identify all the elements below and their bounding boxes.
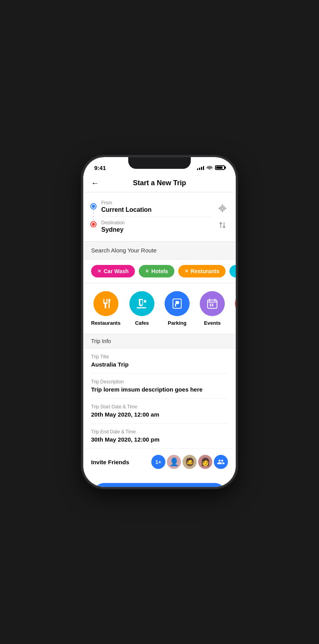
battery-icon: [215, 165, 225, 170]
trip-info-label: Trip Info: [91, 338, 111, 344]
page-header: ← Start a New Trip: [83, 174, 236, 192]
invite-friends-label: Invite Friends: [91, 459, 129, 465]
location-fields: From Current Location Destination Sydney: [101, 197, 211, 236]
location-dots: [91, 197, 96, 236]
route-line: [93, 209, 94, 221]
start-trip-button[interactable]: Start Trip: [93, 483, 226, 487]
invite-avatars: 1+ 👤 🧔 👩: [151, 455, 228, 469]
bottom-section: Start Trip Save for Later: [83, 475, 236, 487]
category-circle-cafes: [129, 291, 154, 316]
trip-description-label: Trip Description: [91, 379, 228, 385]
search-route-label: Search Along Your Route: [91, 247, 157, 254]
category-cafes[interactable]: Cafes: [128, 291, 156, 326]
invite-friends-row: Invite Friends 1+ 👤 🧔 👩: [83, 448, 236, 475]
tag-label: Car Wash: [104, 268, 129, 274]
svg-rect-5: [212, 304, 213, 305]
destination-label: Destination: [101, 220, 211, 225]
destination-field[interactable]: Destination Sydney: [101, 217, 211, 236]
trip-start-value: 20th May 2020, 12:00 am: [91, 411, 228, 418]
categories-section: Restaurants Cafes: [83, 283, 236, 334]
category-label-restaurants: Restaurants: [91, 320, 120, 326]
trip-end-field[interactable]: Trip End Date & Time 30th May 2020, 12:0…: [91, 424, 228, 448]
gps-icon[interactable]: [217, 203, 228, 214]
from-value: Current Location: [101, 206, 211, 213]
signal-icon: [197, 165, 204, 170]
from-label: From: [101, 200, 211, 206]
avatar-count-badge[interactable]: 1+: [151, 455, 165, 469]
tag-carwash[interactable]: ✕ Car Wash: [91, 265, 135, 277]
svg-rect-4: [210, 304, 211, 305]
add-friend-button[interactable]: [214, 455, 228, 469]
category-circle-events: [200, 291, 225, 316]
category-label-parking: Parking: [168, 320, 186, 326]
trip-end-value: 30th May 2020, 12:00 pm: [91, 436, 228, 443]
status-time: 9:41: [94, 165, 106, 171]
tag-label: Resturants: [191, 268, 219, 274]
from-dot: [91, 204, 96, 209]
tag-cafes[interactable]: ✕ Cafes: [229, 265, 236, 277]
tags-section: ✕ Car Wash ✕ Hotels ✕ Resturants ✕ Cafes: [83, 259, 236, 283]
category-events[interactable]: Events: [199, 291, 226, 326]
to-dot: [91, 222, 96, 227]
avatar-3: 👩: [198, 455, 212, 469]
trip-info-header: Trip Info: [83, 334, 236, 349]
trip-description-value: Trip lorem imsum description goes here: [91, 386, 228, 393]
back-button[interactable]: ←: [91, 179, 99, 188]
destination-value: Sydney: [101, 226, 211, 233]
category-parking[interactable]: Parking: [163, 291, 191, 326]
category-lookout[interactable]: Lookout: [234, 291, 236, 326]
category-label-cafes: Cafes: [135, 320, 149, 326]
avatar-1: 👤: [167, 455, 181, 469]
tag-label: Hotels: [151, 268, 168, 274]
trip-start-field[interactable]: Trip Start Date & Time 20th May 2020, 12…: [91, 399, 228, 424]
trip-description-field[interactable]: Trip Description Trip lorem imsum descri…: [91, 374, 228, 399]
trip-title-label: Trip Title: [91, 354, 228, 360]
page-title: Start a New Trip: [133, 179, 186, 187]
trip-start-label: Trip Start Date & Time: [91, 404, 228, 410]
category-restaurants[interactable]: Restaurants: [91, 291, 120, 326]
status-icons: [197, 165, 225, 171]
tag-close-icon: ✕: [145, 268, 149, 274]
trip-title-field[interactable]: Trip Title Australia Trip: [91, 349, 228, 374]
category-label-events: Events: [204, 320, 221, 326]
content-scroll: ← Start a New Trip From Current Location: [83, 174, 236, 487]
avatar-2: 🧔: [183, 455, 197, 469]
category-circle-restaurants: [93, 291, 118, 316]
location-section: From Current Location Destination Sydney: [83, 192, 236, 242]
svg-point-0: [221, 208, 224, 210]
from-field[interactable]: From Current Location: [101, 197, 211, 217]
tag-hotels[interactable]: ✕ Hotels: [139, 265, 174, 277]
trip-title-value: Australia Trip: [91, 361, 228, 368]
wifi-icon: [206, 165, 213, 171]
category-circle-lookout: [235, 291, 236, 316]
search-route-bar[interactable]: Search Along Your Route: [83, 242, 236, 259]
svg-rect-6: [210, 305, 211, 306]
trip-info-section: Trip Title Australia Trip Trip Descripti…: [83, 349, 236, 448]
tag-restaurants[interactable]: ✕ Resturants: [178, 265, 226, 277]
trip-end-label: Trip End Date & Time: [91, 429, 228, 435]
location-actions: [217, 197, 228, 236]
tag-close-icon: ✕: [185, 268, 188, 274]
swap-icon[interactable]: [217, 220, 228, 231]
svg-rect-7: [212, 305, 213, 306]
category-circle-parking: [165, 291, 190, 316]
svg-point-1: [220, 206, 225, 211]
tag-close-icon: ✕: [97, 268, 101, 274]
